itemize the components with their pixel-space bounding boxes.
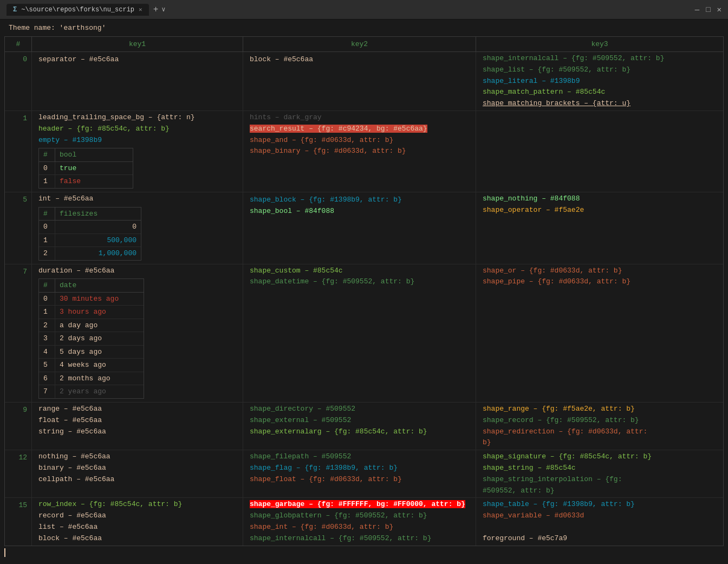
inner-num: 7	[39, 385, 55, 398]
inner-val: 0	[55, 221, 141, 234]
inner-col-filesizes: filesizes	[55, 208, 141, 221]
row-key2: block – #e5c6aa	[243, 52, 476, 111]
row-num: 9	[5, 403, 32, 450]
col-header-key3: key3	[476, 37, 723, 51]
table-row: 15 row_index – {fg: #85c54c, attr: b} re…	[5, 498, 723, 545]
inner-row: 5 4 weeks ago	[39, 359, 144, 372]
inner-num: 6	[39, 372, 55, 385]
inner-col-hash: #	[39, 148, 55, 161]
inner-val: 1,000,000	[55, 247, 141, 260]
row-key1: duration – #e5c6aa # date 0 30 minutes a…	[32, 264, 243, 402]
col-header-key1: key1	[32, 37, 243, 51]
row-key3	[476, 111, 723, 192]
row-num: 15	[5, 498, 32, 545]
row-key3: shape_range – {fg: #f5ae2e, attr: b} sha…	[476, 403, 723, 450]
inner-num: 1	[39, 306, 55, 319]
terminal-icon: Σ	[13, 6, 17, 14]
tab-dropdown-icon[interactable]: ∨	[161, 5, 165, 14]
inner-row: 0 0	[39, 221, 141, 234]
col-header-key2: key2	[243, 37, 476, 51]
col-header-hash: #	[5, 37, 32, 51]
inner-row: 0 true	[39, 162, 133, 176]
maximize-button[interactable]: □	[706, 6, 710, 14]
close-button[interactable]: ✕	[717, 6, 722, 14]
window-controls: — □ ✕	[695, 6, 722, 14]
cursor-caret	[4, 548, 5, 557]
row-key2: shape_block – {fg: #1398b9, attr: b} sha…	[243, 192, 476, 264]
inner-val: false	[55, 175, 133, 188]
garbage-highlight: shape_garbage – {fg: #FFFFFF, bg: #FF000…	[250, 500, 465, 508]
inner-val: true	[55, 162, 133, 175]
inner-num: 2	[39, 247, 55, 260]
row-num: 1	[5, 111, 32, 192]
row-num: 0	[5, 52, 32, 111]
terminal-tab[interactable]: Σ ~\source\repos\forks\nu_scrip ✕	[6, 4, 149, 16]
inner-val: 2 years ago	[55, 385, 144, 398]
titlebar: Σ ~\source\repos\forks\nu_scrip ✕ + ∨ — …	[0, 0, 728, 20]
row-key3: shape_internalcall – {fg: #509552, attr:…	[476, 52, 723, 111]
inner-table-header: # date	[39, 279, 144, 293]
row-key2: shape_directory – #509552 shape_external…	[243, 403, 476, 450]
inner-num: 0	[39, 221, 55, 234]
row-num: 7	[5, 264, 32, 402]
inner-filesizes-table: # filesizes 0 0 1 500,000 2 1,000,000	[38, 207, 141, 261]
inner-val: a day ago	[55, 319, 144, 332]
inner-val: 2 months ago	[55, 372, 144, 385]
inner-val: 30 minutes ago	[55, 293, 144, 306]
tab-label: ~\source\repos\forks\nu_scrip	[21, 6, 134, 14]
table-row: 0 separator – #e5c6aa block – #e5c6aa sh…	[5, 52, 723, 111]
inner-val: 4 weeks ago	[55, 359, 144, 372]
row-key1: range – #e5c6aa float – #e5c6aa string –…	[32, 403, 243, 450]
inner-row: 2 1,000,000	[39, 247, 141, 260]
search-result-highlight: search_result – {fg: #c94234, bg: #e5c6a…	[250, 125, 427, 133]
inner-col-bool: bool	[55, 148, 133, 161]
inner-num: 2	[39, 319, 55, 332]
inner-num: 5	[39, 359, 55, 372]
inner-num: 1	[39, 175, 55, 188]
row-key1: int – #e5c6aa # filesizes 0 0 1 500,000 …	[32, 192, 243, 264]
tab-close-icon[interactable]: ✕	[139, 6, 142, 13]
inner-num: 0	[39, 293, 55, 306]
main-table: # key1 key2 key3 0 separator – #e5c6aa b…	[4, 36, 724, 546]
inner-row: 3 2 days ago	[39, 332, 144, 346]
inner-num: 3	[39, 332, 55, 345]
terminal-cursor-line	[0, 546, 728, 559]
row-num: 12	[5, 450, 32, 497]
row-key2: shape_custom – #85c54c shape_datetime – …	[243, 264, 476, 402]
inner-row: 4 5 days ago	[39, 346, 144, 359]
row-key2: shape_garbage – {fg: #FFFFFF, bg: #FF000…	[243, 498, 476, 545]
row-key1: separator – #e5c6aa	[32, 52, 243, 111]
inner-val: 3 hours ago	[55, 306, 144, 319]
row-key2: shape_filepath – #509552 shape_flag – {f…	[243, 450, 476, 497]
inner-bool-table: # bool 0 true 1 false	[38, 148, 133, 189]
inner-table-header: # filesizes	[39, 208, 141, 221]
inner-val: 2 days ago	[55, 332, 144, 345]
table-row: 7 duration – #e5c6aa # date 0 30 minutes…	[5, 264, 723, 403]
row-key3: shape_table – {fg: #1398b9, attr: b} sha…	[476, 498, 723, 545]
inner-col-date: date	[55, 279, 144, 292]
inner-table-header: # bool	[39, 148, 133, 162]
inner-row: 1 3 hours ago	[39, 306, 144, 319]
inner-row: 0 30 minutes ago	[39, 293, 144, 306]
row-key3: shape_signature – {fg: #85c54c, attr: b}…	[476, 450, 723, 497]
row-key3: shape_nothing – #84f088 shape_operator –…	[476, 192, 723, 264]
table-row: 1 leading_trailing_space_bg – {attr: n} …	[5, 111, 723, 192]
new-tab-button[interactable]: +	[153, 5, 159, 15]
row-key3: shape_or – {fg: #d0633d, attr: b} shape_…	[476, 264, 723, 402]
row-num: 5	[5, 192, 32, 264]
inner-row: 1 500,000	[39, 234, 141, 248]
row-key1: row_index – {fg: #85c54c, attr: b} recor…	[32, 498, 243, 545]
theme-name-line: Theme name: 'earthsong'	[0, 20, 728, 36]
row-key2: hints – dark_gray search_result – {fg: #…	[243, 111, 476, 192]
row-key1: leading_trailing_space_bg – {attr: n} he…	[32, 111, 243, 192]
table-row: 12 nothing – #e5c6aa binary – #e5c6aa ce…	[5, 450, 723, 498]
inner-val: 5 days ago	[55, 346, 144, 359]
inner-num: 1	[39, 234, 55, 247]
inner-row: 6 2 months ago	[39, 372, 144, 386]
table-row: 9 range – #e5c6aa float – #e5c6aa string…	[5, 403, 723, 450]
inner-date-table: # date 0 30 minutes ago 1 3 hours ago 2 …	[38, 278, 144, 399]
minimize-button[interactable]: —	[695, 6, 699, 14]
inner-row: 7 2 years ago	[39, 385, 144, 398]
inner-row: 1 false	[39, 175, 133, 188]
inner-col-hash: #	[39, 208, 55, 221]
